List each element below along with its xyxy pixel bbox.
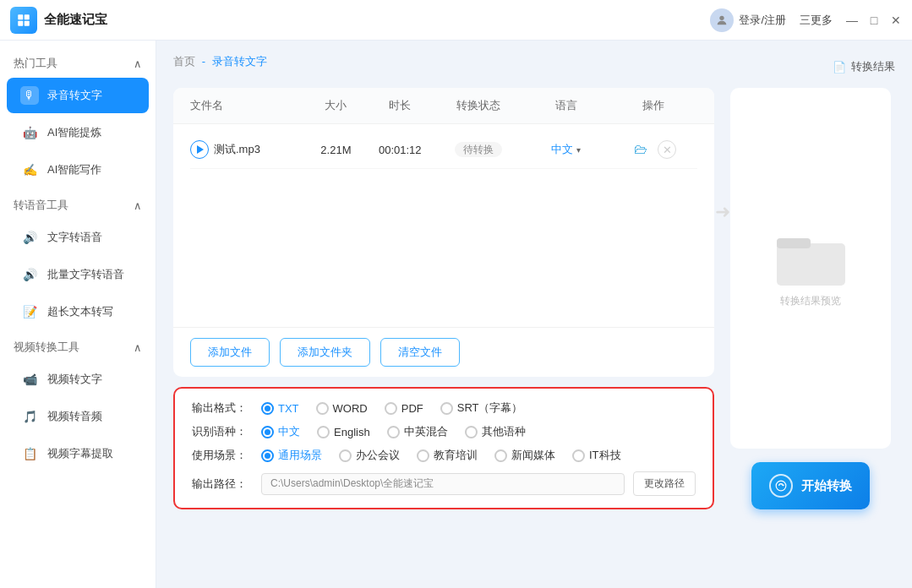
sidebar-item-batch-text-to-speech[interactable]: 🔊 批量文字转语音: [7, 257, 149, 292]
sidebar-item-label: 文字转语音: [47, 230, 102, 245]
play-button[interactable]: [190, 140, 209, 159]
minimize-button[interactable]: —: [846, 14, 858, 26]
format-pdf[interactable]: PDF: [385, 402, 423, 415]
titlebar-right: 登录/注册 三更多 — □ ✕: [710, 8, 902, 32]
user-login-button[interactable]: 登录/注册: [710, 8, 786, 32]
cell-language: 中文 ▾: [522, 142, 609, 157]
format-word-radio[interactable]: [316, 402, 329, 415]
close-button[interactable]: ✕: [890, 14, 902, 26]
output-format-label: 输出格式：: [192, 400, 251, 416]
format-srt[interactable]: SRT（字幕）: [440, 400, 523, 416]
scene-education-radio[interactable]: [417, 449, 429, 462]
sidebar-item-label: AI智能提炼: [47, 125, 101, 140]
play-icon: [197, 145, 204, 154]
chevron-down-icon: ▾: [576, 145, 581, 155]
header-actions: 操作: [610, 98, 697, 113]
format-word[interactable]: WORD: [316, 402, 368, 415]
lang-english-radio[interactable]: [317, 426, 330, 438]
sidebar-item-ai-refine[interactable]: 🤖 AI智能提炼: [7, 115, 149, 150]
svg-rect-0: [18, 14, 23, 19]
add-folder-button[interactable]: 添加文件夹: [280, 338, 370, 367]
delete-button[interactable]: ✕: [658, 140, 676, 159]
lang-other[interactable]: 其他语种: [465, 424, 526, 439]
start-convert-button[interactable]: 开始转换: [751, 462, 870, 509]
change-path-button[interactable]: 更改路径: [633, 471, 696, 496]
cell-filename: 测试.mp3: [190, 140, 307, 159]
sidebar-item-video-subtitle[interactable]: 📋 视频字幕提取: [7, 436, 149, 471]
speech-tools-section[interactable]: 转语音工具 ∧: [0, 189, 156, 218]
sidebar-item-label: 批量文字转语音: [47, 267, 124, 282]
header-language: 语言: [522, 98, 609, 113]
restore-button[interactable]: □: [868, 14, 880, 26]
main-inner: 文件名 大小 时长 转换状态 语言 操作: [173, 88, 895, 509]
scene-general-radio[interactable]: [261, 449, 274, 462]
format-txt[interactable]: TXT: [261, 402, 299, 415]
scene-office-radio[interactable]: [339, 449, 352, 462]
lang-mixed-radio[interactable]: [387, 426, 400, 438]
header-filename: 文件名: [190, 98, 307, 113]
right-panel: ➜ 转换结果预览 开始转换: [726, 88, 895, 509]
more-button[interactable]: 三更多: [800, 13, 833, 28]
sidebar-item-long-text[interactable]: 📝 超长文本转写: [7, 294, 149, 329]
video-subtitle-icon: 📋: [20, 444, 39, 463]
breadcrumb: 首页 - 录音转文字: [173, 54, 267, 69]
format-pdf-radio[interactable]: [385, 402, 397, 415]
language-select[interactable]: 中文 ▾: [522, 142, 609, 157]
clear-files-button[interactable]: 清空文件: [380, 338, 460, 367]
lang-english[interactable]: English: [317, 426, 370, 438]
scene-news-radio[interactable]: [494, 449, 507, 462]
audio-to-text-icon: 🎙: [20, 86, 39, 105]
sidebar-item-label: 超长文本转写: [47, 304, 113, 319]
breadcrumb-current: 录音转文字: [212, 55, 267, 68]
format-txt-label: TXT: [278, 402, 299, 415]
scene-news[interactable]: 新闻媒体: [494, 448, 555, 463]
video-tools-section[interactable]: 视频转换工具 ∧: [0, 331, 156, 360]
scene-it-radio[interactable]: [572, 449, 585, 462]
hot-tools-label: 热门工具: [14, 56, 57, 71]
scene-general[interactable]: 通用场景: [261, 448, 322, 463]
lang-mixed[interactable]: 中英混合: [387, 424, 448, 439]
ai-refine-icon: 🤖: [20, 123, 39, 142]
main-content: 首页 - 录音转文字 📄 转换结果 文件名 大小 时长 转换状态: [156, 41, 912, 588]
lang-other-radio[interactable]: [465, 426, 478, 438]
video-to-audio-icon: 🎵: [20, 407, 39, 426]
add-file-button[interactable]: 添加文件: [190, 338, 270, 367]
lang-chinese-radio[interactable]: [261, 426, 274, 438]
sidebar-item-audio-to-text[interactable]: 🎙 录音转文字: [7, 78, 149, 113]
sidebar-item-video-to-audio[interactable]: 🎵 视频转音频: [7, 399, 149, 434]
scene-it[interactable]: IT科技: [572, 448, 621, 463]
batch-tts-icon: 🔊: [20, 265, 39, 284]
sidebar-item-text-to-speech[interactable]: 🔊 文字转语音: [7, 220, 149, 255]
output-path-input-area: 更改路径: [261, 471, 696, 496]
lang-chinese[interactable]: 中文: [261, 424, 300, 439]
sidebar-item-label: 录音转文字: [47, 88, 102, 103]
format-srt-radio[interactable]: [440, 402, 453, 415]
svg-rect-2: [18, 20, 23, 25]
lang-english-label: English: [334, 426, 370, 438]
scene-it-label: IT科技: [589, 448, 621, 463]
scene-office[interactable]: 办公会议: [339, 448, 400, 463]
sidebar-item-ai-write[interactable]: ✍ AI智能写作: [7, 152, 149, 188]
hot-tools-section[interactable]: 热门工具 ∧: [0, 47, 156, 76]
scene-education[interactable]: 教育培训: [417, 448, 478, 463]
format-txt-radio[interactable]: [261, 402, 274, 415]
breadcrumb-home: 首页: [173, 55, 195, 68]
speech-tools-chevron: ∧: [134, 199, 142, 212]
output-path-field[interactable]: [261, 473, 625, 495]
scene-office-label: 办公会议: [356, 448, 400, 463]
titlebar-left: 全能速记宝: [10, 7, 107, 34]
format-word-label: WORD: [333, 402, 368, 415]
convert-results-button[interactable]: 📄 转换结果: [833, 59, 895, 74]
main-left: 文件名 大小 时长 转换状态 语言 操作: [173, 88, 714, 509]
table-header: 文件名 大小 时长 转换状态 语言 操作: [173, 88, 714, 124]
sidebar-item-video-to-text[interactable]: 📹 视频转文字: [7, 362, 149, 397]
open-folder-button[interactable]: 🗁: [631, 139, 651, 160]
lang-mixed-label: 中英混合: [404, 424, 448, 439]
text-to-speech-icon: 🔊: [20, 228, 39, 247]
lang-other-label: 其他语种: [482, 424, 526, 439]
long-text-icon: 📝: [20, 302, 39, 321]
action-buttons: 🗁 ✕: [610, 139, 697, 160]
recognition-lang-row: 识别语种： 中文 English: [192, 424, 696, 439]
video-to-text-icon: 📹: [20, 370, 39, 389]
layout: 热门工具 ∧ 🎙 录音转文字 🤖 AI智能提炼 ✍ AI智能写作 转语音工具 ∧…: [0, 41, 912, 588]
